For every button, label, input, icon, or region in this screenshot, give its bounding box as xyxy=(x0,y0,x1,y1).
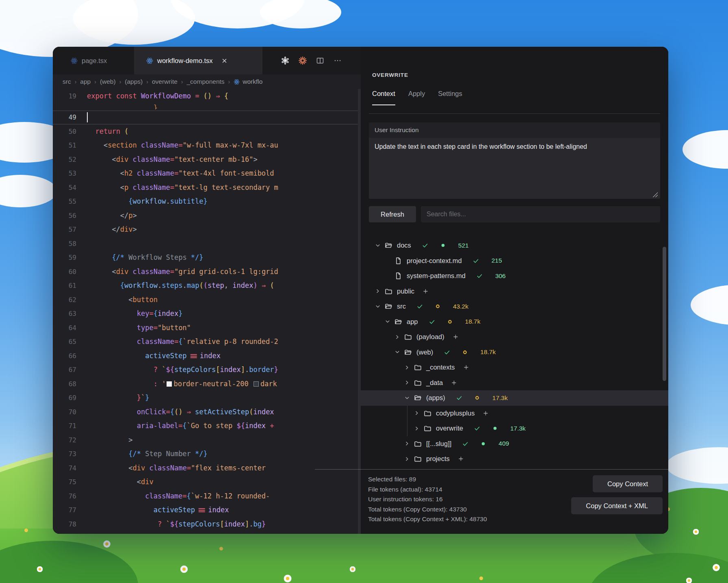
tree-row-project-context-md[interactable]: project-context.md215 xyxy=(361,253,668,269)
tab-page-tsx[interactable]: page.tsx xyxy=(59,47,134,74)
tab-context[interactable]: Context xyxy=(372,90,395,105)
code-line[interactable]: 73{/* Step Number */} xyxy=(53,447,361,461)
tree-row-src[interactable]: src43.2k xyxy=(361,299,668,314)
code-line[interactable]: 54<p className="text-lg text-secondary m xyxy=(53,181,361,195)
tree-item-name: [[...slug]] xyxy=(426,440,451,448)
code-line[interactable]: 75<div xyxy=(53,475,361,489)
instruction-textarea[interactable]: Update the text in each step card in the… xyxy=(369,138,660,199)
chevron-right-icon[interactable] xyxy=(375,288,381,294)
chevron-right-icon[interactable] xyxy=(404,364,410,371)
code-line[interactable]: 51<section className="w-full max-w-7xl m… xyxy=(53,139,361,153)
code-editor[interactable]: 19export const WorkflowDemo = () ⇒ {}495… xyxy=(53,89,361,534)
refresh-button[interactable]: Refresh xyxy=(369,206,416,222)
tree-item-name: public xyxy=(397,287,414,295)
close-icon[interactable] xyxy=(221,57,228,64)
editor-scrollbar[interactable] xyxy=(358,89,361,534)
code-line[interactable]: 77activeStep≡index xyxy=(53,503,361,518)
code-line[interactable]: 70onClick={() ⇒ setActiveStep(index xyxy=(53,405,361,419)
tree-row--slug-[interactable]: [[...slug]]409 xyxy=(361,436,668,452)
breadcrumb-item[interactable]: app xyxy=(80,78,91,85)
code-line[interactable]: 59{/* Workflow Steps */} xyxy=(53,251,361,265)
breadcrumb-item[interactable]: overwrite xyxy=(152,78,178,85)
copy-context-xml-button[interactable]: Copy Context + XML xyxy=(571,497,663,514)
code-line[interactable]: 58 xyxy=(53,237,361,251)
code-line[interactable]: 61{workflow.steps.map((step, index) ⇒ ( xyxy=(53,279,361,293)
breadcrumb-item[interactable]: src xyxy=(63,78,71,85)
tree-row-overwrite[interactable]: overwrite17.3k xyxy=(361,421,668,436)
tree-row--apps-[interactable]: (apps)17.3k xyxy=(361,390,668,406)
code-line[interactable]: 57</div> xyxy=(53,223,361,237)
code-line[interactable]: 78? `${stepColors[index].bg} xyxy=(53,517,361,531)
claude-icon[interactable] xyxy=(299,57,307,65)
react-icon xyxy=(146,57,153,64)
breadcrumb-item-file[interactable]: workflo xyxy=(234,78,262,85)
code-line[interactable]: 19export const WorkflowDemo = () ⇒ { xyxy=(53,89,361,103)
chevron-right-icon[interactable] xyxy=(414,425,420,432)
code-line[interactable]: 55{workflow.subtitle} xyxy=(53,195,361,209)
tree-row--payload-[interactable]: (payload) xyxy=(361,329,668,345)
code-line[interactable]: } xyxy=(53,103,361,111)
tree-row-codyplusplus[interactable]: codyplusplus xyxy=(361,406,668,421)
tree-row--web-[interactable]: (web)18.7k xyxy=(361,345,668,360)
code-line[interactable]: 52<div className="text-center mb-16"> xyxy=(53,152,361,167)
search-files-input[interactable] xyxy=(421,206,660,222)
code-line[interactable]: 76className={`w-12 h-12 rounded- xyxy=(53,489,361,503)
chevron-down-icon[interactable] xyxy=(375,303,381,310)
copy-context-button[interactable]: Copy Context xyxy=(593,475,663,492)
code-line[interactable]: 63key={index} xyxy=(53,307,361,321)
tree-row-docs[interactable]: docs521 xyxy=(361,238,668,253)
code-line[interactable]: 60<div className="grid grid-cols-1 lg:gr… xyxy=(53,265,361,279)
code-line[interactable]: 66activeStep≡index xyxy=(53,349,361,363)
code-line[interactable]: 68: 'border-neutral-200 dark xyxy=(53,377,361,391)
line-number: 69 xyxy=(53,394,76,402)
plus-icon[interactable] xyxy=(463,364,469,370)
code-line[interactable]: 71aria-label={`Go to step ${index + xyxy=(53,419,361,433)
code-line[interactable]: 72> xyxy=(53,433,361,447)
tree-row--data[interactable]: _data xyxy=(361,375,668,391)
code-line[interactable]: 56</p> xyxy=(53,209,361,223)
token-count: 521 xyxy=(458,242,469,249)
resize-grip-icon[interactable] xyxy=(653,192,658,197)
more-icon[interactable] xyxy=(334,57,342,65)
breadcrumb-item[interactable]: (apps) xyxy=(125,78,143,85)
chevron-down-icon[interactable] xyxy=(384,318,391,325)
tree-row-app[interactable]: app18.7k xyxy=(361,314,668,330)
code-line[interactable]: 74<div className="flex items-center xyxy=(53,461,361,475)
plus-icon[interactable] xyxy=(451,380,457,386)
chevron-down-icon[interactable] xyxy=(404,395,410,401)
chevron-down-icon[interactable] xyxy=(394,349,401,355)
openai-icon[interactable] xyxy=(281,57,289,65)
code-line[interactable]: 67? `${stepColors[index].border} xyxy=(53,363,361,377)
tab-apply[interactable]: Apply xyxy=(408,90,425,105)
code-lines: 19export const WorkflowDemo = () ⇒ {}495… xyxy=(53,89,361,531)
chevron-right-icon[interactable] xyxy=(394,334,401,340)
panel-scrollbar[interactable] xyxy=(663,247,666,381)
split-editor-icon[interactable] xyxy=(316,57,324,65)
code-line[interactable]: 49 xyxy=(53,111,361,125)
tab-workflow-demo-tsx[interactable]: workflow-demo.tsx xyxy=(134,47,262,74)
tree-row-projects[interactable]: projects xyxy=(361,451,668,466)
chevron-down-icon[interactable] xyxy=(375,242,381,249)
tree-row--contexts[interactable]: _contexts xyxy=(361,360,668,375)
code-line[interactable]: 50return ( xyxy=(53,124,361,139)
chevron-right-icon[interactable] xyxy=(404,379,410,386)
chevron-right-icon[interactable] xyxy=(404,440,410,447)
plus-icon[interactable] xyxy=(458,456,464,462)
chevron-right-icon[interactable] xyxy=(404,456,410,462)
chevron-right-icon[interactable] xyxy=(414,410,420,416)
tree-row-public[interactable]: public xyxy=(361,284,668,299)
plus-icon[interactable] xyxy=(453,334,459,340)
code-line[interactable]: 65className={`relative p-8 rounded-2 xyxy=(53,335,361,349)
code-line[interactable]: 62<button xyxy=(53,293,361,307)
breadcrumb-item[interactable]: (web) xyxy=(100,78,116,85)
plus-icon[interactable] xyxy=(483,410,489,416)
breadcrumb-item[interactable]: _components xyxy=(187,78,225,85)
plus-icon[interactable] xyxy=(422,288,429,294)
code-line[interactable]: 53<h2 className="text-4xl font-semibold xyxy=(53,167,361,181)
tree-row-system-patterns-md[interactable]: system-patterns.md306 xyxy=(361,268,668,284)
tab-settings[interactable]: Settings xyxy=(438,90,462,105)
code-line[interactable]: 69}`} xyxy=(53,391,361,405)
code-line[interactable]: 64type="button" xyxy=(53,321,361,335)
line-text: <p className="text-lg text-secondary m xyxy=(87,184,278,191)
folder-icon xyxy=(424,409,431,417)
